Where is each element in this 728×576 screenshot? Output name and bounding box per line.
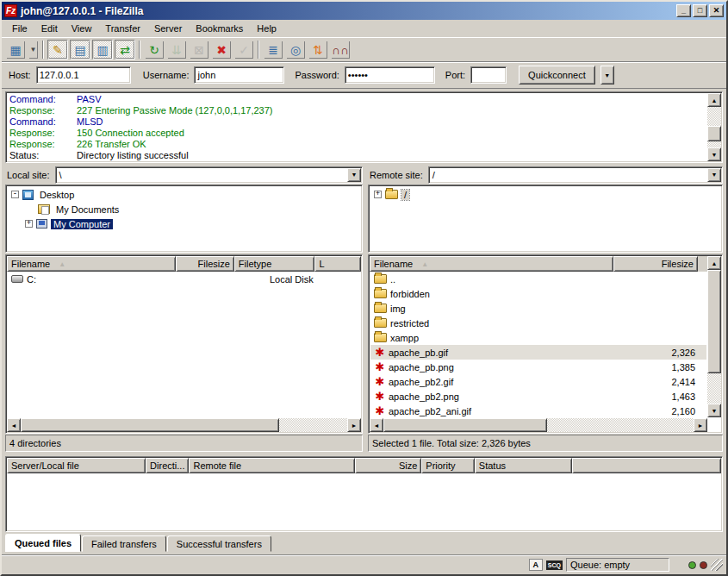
port-input[interactable] bbox=[470, 66, 507, 84]
table-row[interactable]: ✱apache_pb2.png1,463 bbox=[370, 389, 706, 404]
column-header-label: L bbox=[319, 259, 324, 269]
minimize-button[interactable]: _ bbox=[676, 4, 691, 17]
tab-failed-transfers[interactable]: Failed transfers bbox=[82, 535, 166, 552]
remote-scroll-thumb-h[interactable] bbox=[383, 418, 547, 432]
maximize-button[interactable]: □ bbox=[693, 4, 707, 17]
column-header-priority[interactable]: Priority bbox=[421, 458, 475, 473]
table-row[interactable]: img bbox=[370, 301, 706, 316]
column-header-status[interactable]: Status bbox=[475, 458, 572, 473]
resize-grip[interactable] bbox=[711, 559, 723, 571]
scroll-right-icon[interactable]: ► bbox=[694, 418, 707, 432]
site-manager-button[interactable]: ▦ bbox=[5, 40, 26, 59]
scroll-down-icon[interactable]: ▼ bbox=[707, 147, 721, 161]
chevron-down-icon[interactable]: ▼ bbox=[707, 168, 721, 182]
username-input[interactable] bbox=[194, 66, 284, 84]
tree-item[interactable]: +My Computer bbox=[8, 216, 360, 231]
quickconnect-button[interactable]: Quickconnect bbox=[519, 66, 595, 85]
menu-item-server[interactable]: Server bbox=[147, 22, 189, 35]
log-scroll-thumb[interactable] bbox=[707, 126, 721, 141]
disconnect-button[interactable]: ✖ bbox=[211, 40, 232, 59]
table-row[interactable]: forbidden bbox=[370, 286, 706, 301]
scroll-left-icon[interactable]: ◄ bbox=[7, 418, 21, 432]
remote-horizontal-scrollbar[interactable]: ◄ ► bbox=[370, 418, 707, 432]
toggle-local-tree-icon: ▤ bbox=[74, 43, 85, 57]
toggle-message-log-button[interactable]: ✎ bbox=[47, 40, 68, 59]
compare-button[interactable]: ◎ bbox=[285, 40, 306, 59]
table-row[interactable]: ✱apache_pb.png1,385 bbox=[370, 360, 706, 374]
sync-browse-button[interactable]: ⇅ bbox=[308, 40, 328, 59]
scroll-down-icon[interactable]: ▼ bbox=[707, 404, 721, 417]
column-header-size[interactable]: Size bbox=[355, 458, 421, 473]
log-line-type: Command: bbox=[8, 116, 77, 128]
local-horizontal-scrollbar[interactable]: ◄ ► bbox=[7, 418, 361, 432]
column-header-directi-[interactable]: Directi... bbox=[146, 458, 189, 473]
host-input[interactable] bbox=[36, 66, 131, 84]
tab-successful-transfers[interactable]: Successful transfers bbox=[167, 535, 271, 552]
scroll-up-icon[interactable]: ▲ bbox=[707, 256, 721, 270]
menu-item-bookmarks[interactable]: Bookmarks bbox=[189, 22, 250, 35]
filename-text: restricted bbox=[390, 318, 429, 329]
remote-site-combo[interactable]: / ▼ bbox=[428, 166, 723, 184]
table-row[interactable]: ✱apache_pb.gif2,326 bbox=[370, 345, 706, 360]
scroll-right-icon[interactable]: ► bbox=[347, 418, 361, 432]
title-bar[interactable]: Fz john@127.0.0.1 - FileZilla _ □ ✕ bbox=[2, 2, 726, 20]
image-file-icon: ✱ bbox=[374, 376, 386, 387]
compare-icon: ◎ bbox=[290, 43, 301, 57]
tree-item[interactable]: -Desktop bbox=[8, 187, 360, 202]
scroll-up-icon[interactable]: ▲ bbox=[707, 93, 721, 107]
column-header-remote-file[interactable]: Remote file bbox=[189, 458, 355, 473]
red-indicator-icon bbox=[700, 561, 707, 569]
remote-vertical-scrollbar[interactable]: ▲ ▼ bbox=[707, 256, 721, 417]
tree-item[interactable]: My Documents bbox=[8, 202, 360, 216]
quickconnect-dropdown[interactable]: ▼ bbox=[600, 66, 614, 85]
refresh-button[interactable]: ↻ bbox=[144, 40, 165, 59]
filter-button[interactable]: ≣ bbox=[263, 40, 283, 59]
table-row[interactable]: ✱apache_pb2.gif2,414 bbox=[370, 374, 706, 389]
menu-item-view[interactable]: View bbox=[65, 22, 99, 35]
password-input[interactable] bbox=[345, 66, 435, 84]
column-header-blank[interactable] bbox=[572, 458, 721, 473]
filesize-cell bbox=[200, 272, 266, 286]
table-row[interactable]: restricted bbox=[370, 316, 706, 330]
column-header-filesize[interactable]: Filesize bbox=[176, 256, 234, 272]
filesize-cell: 2,326 bbox=[614, 345, 699, 360]
local-site-combo[interactable]: \ ▼ bbox=[55, 166, 363, 184]
close-button[interactable]: ✕ bbox=[709, 4, 724, 17]
find-icon: ∩∩ bbox=[332, 43, 349, 57]
log-vertical-scrollbar[interactable]: ▲ ▼ bbox=[707, 93, 721, 161]
filename-text: apache_pb.gif bbox=[389, 347, 448, 358]
collapse-icon[interactable]: - bbox=[11, 191, 19, 198]
speed-limit-icon[interactable]: SCQ bbox=[546, 560, 563, 570]
chevron-down-icon[interactable]: ▼ bbox=[347, 168, 361, 182]
toggle-local-tree-button[interactable]: ▤ bbox=[70, 40, 90, 59]
filter-icon: ≣ bbox=[268, 43, 278, 57]
table-row[interactable]: .. bbox=[370, 272, 706, 286]
remote-directory-tree: +/ bbox=[368, 185, 723, 253]
column-header-filesize[interactable]: Filesize bbox=[613, 256, 698, 272]
table-row[interactable]: ✱apache_pb2_ani.gif2,160 bbox=[370, 404, 706, 417]
expand-icon[interactable]: + bbox=[25, 220, 33, 228]
column-header-l[interactable]: L bbox=[314, 256, 361, 272]
table-row[interactable]: xampp bbox=[370, 330, 706, 345]
column-header-server-local-file[interactable]: Server/Local file bbox=[7, 458, 146, 473]
toggle-transfer-queue-button[interactable]: ⇄ bbox=[115, 40, 135, 59]
column-header-filetype[interactable]: Filetype bbox=[234, 256, 315, 272]
menu-item-transfer[interactable]: Transfer bbox=[98, 22, 147, 35]
table-row[interactable]: C:Local Disk bbox=[8, 272, 360, 286]
toggle-remote-tree-button[interactable]: ▥ bbox=[92, 40, 113, 59]
menu-item-edit[interactable]: Edit bbox=[34, 22, 65, 35]
reconnect-button: ✓ bbox=[233, 40, 254, 59]
column-header-filename[interactable]: Filename▲ bbox=[7, 256, 176, 272]
tree-item[interactable]: +/ bbox=[370, 187, 720, 202]
tab-queued-files[interactable]: Queued files bbox=[5, 534, 81, 552]
scroll-left-icon[interactable]: ◄ bbox=[370, 418, 383, 432]
find-button[interactable]: ∩∩ bbox=[330, 40, 351, 59]
menu-item-file[interactable]: File bbox=[5, 22, 34, 35]
remote-scroll-thumb[interactable] bbox=[707, 270, 721, 373]
site-manager-dropdown[interactable]: ▼ bbox=[28, 40, 39, 59]
menu-item-help[interactable]: Help bbox=[250, 22, 283, 35]
expand-icon[interactable]: + bbox=[374, 191, 382, 198]
local-scroll-thumb[interactable] bbox=[21, 418, 279, 432]
column-header-filename[interactable]: Filename▲ bbox=[370, 256, 613, 272]
data-type-ascii-icon[interactable]: A bbox=[529, 559, 543, 571]
